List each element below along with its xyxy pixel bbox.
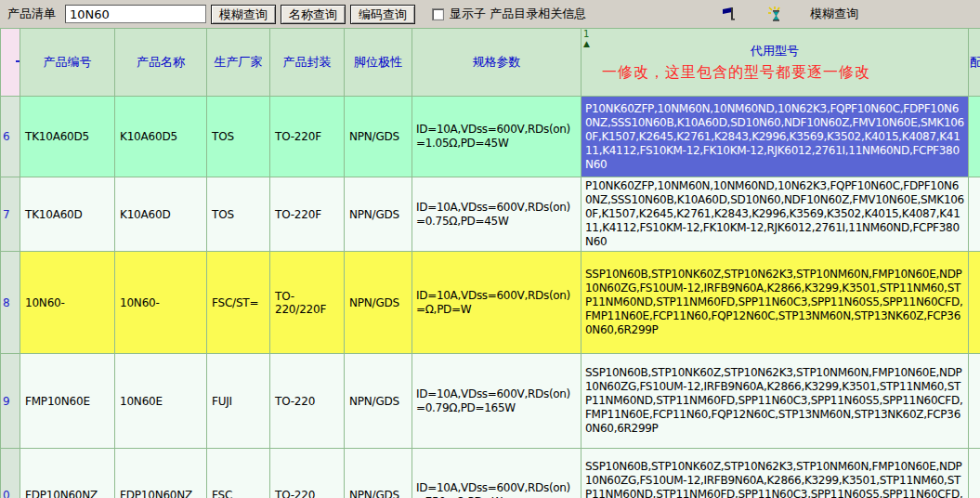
substitutes-cell[interactable]: SSP10N60B,STP10NK60Z,STP10N62K3,STP10NM6…	[581, 354, 969, 449]
specs-cell[interactable]: ID=10A,VDss=600V,RDs(on)=0.79Ω,PD=165W	[412, 354, 581, 449]
col-header-specs[interactable]: 规格参数	[412, 29, 581, 97]
package-cell[interactable]: TO-220	[270, 449, 345, 498]
table-row: 9 FMP10N60E 10N60E FUJI TO-220 NPN/GDS I…	[1, 354, 980, 449]
row-selector-header[interactable]	[1, 29, 20, 97]
query-toolbar: 产品清单 模糊查询 名称查询 编码查询 显示子 产品目录相关信息 模糊查询	[0, 0, 980, 28]
polarity-cell[interactable]: NPN/GDS	[345, 177, 412, 252]
table-row: 0 FDP10N60NZ FDP10N60NZ FSC TO-220 NPN/G…	[1, 449, 980, 498]
row-number[interactable]: 6	[1, 97, 20, 177]
product-code-cell[interactable]: FDP10N60NZ	[20, 449, 115, 498]
product-code-cell[interactable]: FMP10N60E	[20, 354, 115, 449]
polarity-cell[interactable]: NPN/GDS	[345, 354, 412, 449]
name-query-button[interactable]: 名称查询	[281, 5, 346, 24]
specs-cell[interactable]: ID=10A,VDss=600V,RDs(on)=1.05Ω,PD=45W	[412, 97, 581, 177]
extra-cell[interactable]	[969, 449, 980, 498]
substitutes-cell-selected[interactable]: P10NK60ZFP,10NM60N,10NM60ND,10N62K3,FQPF…	[581, 97, 969, 177]
col-header-code[interactable]: 产品编号	[20, 29, 115, 97]
substitutes-cell[interactable]: P10NK60ZFP,10NM60N,10NM60ND,10N62K3,FQPF…	[581, 177, 969, 252]
substitutes-title: 代用型号	[751, 44, 799, 58]
hourglass-sparkle-icon[interactable]	[767, 6, 784, 22]
clipped-header-fragment	[16, 60, 20, 62]
header-row: 产品编号 产品名称 生产厂家 产品封装 脚位极性 规格参数 1▲ 代用型号 一修…	[1, 29, 980, 97]
extra-cell[interactable]	[969, 252, 980, 354]
specs-cell[interactable]: ID=10A,VDss=600V,RDs(on)=0.75Ω,PD=45W	[412, 177, 581, 252]
maker-cell[interactable]: FSC/ST=	[207, 252, 270, 354]
polarity-cell[interactable]: NPN/GDS	[345, 97, 412, 177]
substitutes-warning-note: 一修改，这里包含的型号都要逐一修改	[581, 63, 968, 83]
product-name-cell[interactable]: 10N60E	[115, 354, 207, 449]
sort-indicator: 1▲	[583, 30, 590, 48]
col-header-maker[interactable]: 生产厂家	[207, 29, 270, 97]
substitutes-cell[interactable]: SSP10N60B,STP10NK60Z,STP10N62K3,STP10NM6…	[581, 252, 969, 354]
maker-cell[interactable]: FSC	[207, 449, 270, 498]
product-table: 产品编号 产品名称 生产厂家 产品封装 脚位极性 规格参数 1▲ 代用型号 一修…	[0, 28, 980, 498]
flag-icon[interactable]	[721, 6, 738, 22]
query-mode-label: 模糊查询	[810, 6, 858, 22]
product-name-cell[interactable]: K10A60D5	[115, 97, 207, 177]
product-name-cell[interactable]: K10A60D	[115, 177, 207, 252]
row-number[interactable]: 9	[1, 354, 20, 449]
col-header-polarity[interactable]: 脚位极性	[345, 29, 412, 97]
substitutes-cell[interactable]: SSP10N60B,STP10NK60Z,STP10N62K3,STP10NM6…	[581, 449, 969, 498]
extra-cell[interactable]	[969, 354, 980, 449]
show-sub-catalog-label: 显示子 产品目录相关信息	[450, 6, 586, 22]
specs-cell[interactable]: ID=10A,VDss=600V,RDs(on)=Ω,PD=W	[412, 252, 581, 354]
polarity-cell[interactable]: NPN/GDS	[345, 449, 412, 498]
fuzzy-query-button[interactable]: 模糊查询	[211, 5, 276, 24]
col-header-substitutes[interactable]: 1▲ 代用型号 一修改，这里包含的型号都要逐一修改	[581, 29, 969, 97]
package-cell[interactable]: TO-220F	[270, 177, 345, 252]
row-number[interactable]: 0	[1, 449, 20, 498]
row-number[interactable]: 7	[1, 177, 20, 252]
product-list-label: 产品清单	[7, 6, 56, 22]
maker-cell[interactable]: TOS	[207, 97, 270, 177]
code-query-button[interactable]: 编码查询	[350, 5, 415, 24]
product-code-cell[interactable]: TK10A60D	[20, 177, 115, 252]
col-header-extra[interactable]: 配	[969, 29, 980, 97]
specs-cell[interactable]: ID=10A,VDss=600V,RDs(on)=750mΩ,PD=W	[412, 449, 581, 498]
product-code-cell[interactable]: 10N60-	[20, 252, 115, 354]
extra-cell[interactable]	[969, 97, 980, 177]
row-number[interactable]: 8	[1, 252, 20, 354]
maker-cell[interactable]: FUJI	[207, 354, 270, 449]
product-name-cell[interactable]: 10N60-	[115, 252, 207, 354]
product-grid: 产品编号 产品名称 生产厂家 产品封装 脚位极性 规格参数 1▲ 代用型号 一修…	[0, 28, 980, 498]
package-cell[interactable]: TO-220F	[270, 97, 345, 177]
extra-cell[interactable]	[969, 177, 980, 252]
package-cell[interactable]: TO-220	[270, 354, 345, 449]
product-code-cell[interactable]: TK10A60D5	[20, 97, 115, 177]
polarity-cell[interactable]: NPN/GDS	[345, 252, 412, 354]
table-row: 6 TK10A60D5 K10A60D5 TOS TO-220F NPN/GDS…	[1, 97, 980, 177]
col-header-package[interactable]: 产品封装	[270, 29, 345, 97]
product-name-cell[interactable]: FDP10N60NZ	[115, 449, 207, 498]
show-sub-catalog-checkbox[interactable]	[432, 8, 444, 20]
table-row: 7 TK10A60D K10A60D TOS TO-220F NPN/GDS I…	[1, 177, 980, 252]
package-cell[interactable]: TO-220/220F	[270, 252, 345, 354]
search-input[interactable]	[65, 5, 206, 23]
maker-cell[interactable]: TOS	[207, 177, 270, 252]
col-header-name[interactable]: 产品名称	[115, 29, 207, 97]
table-row: 8 10N60- 10N60- FSC/ST= TO-220/220F NPN/…	[1, 252, 980, 354]
